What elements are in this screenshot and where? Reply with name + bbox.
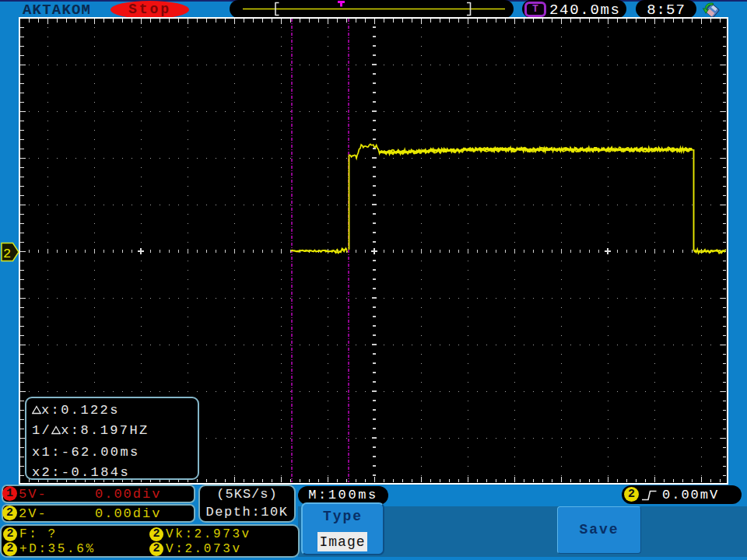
svg-text:2: 2 [3,247,11,261]
